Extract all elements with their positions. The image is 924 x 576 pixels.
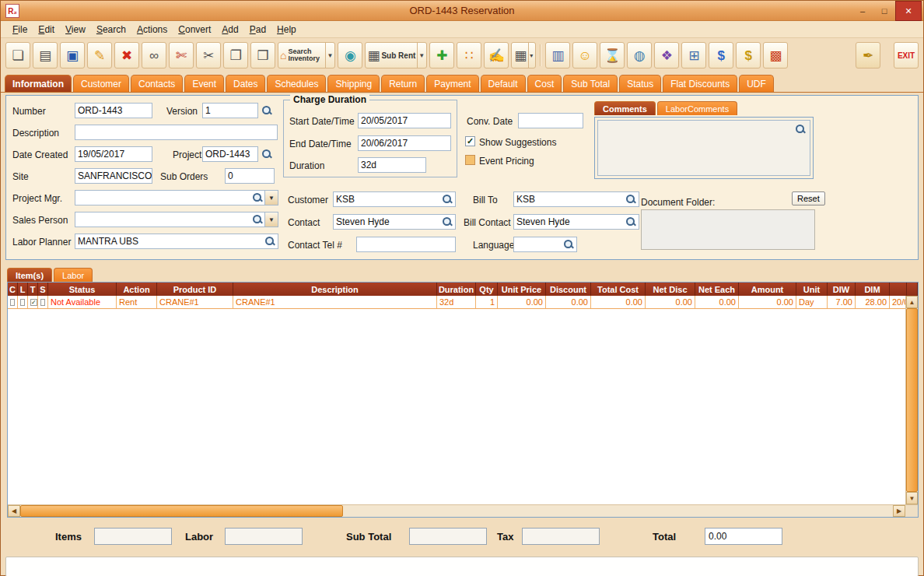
cubes-button[interactable]: ▩ xyxy=(763,42,788,68)
menu-pad[interactable]: Pad xyxy=(244,23,271,37)
paste-button[interactable]: ❒ xyxy=(250,42,275,68)
col-net-disc[interactable]: Net Disc xyxy=(646,283,695,296)
tab-shipping[interactable]: Shipping xyxy=(327,75,380,92)
conv-date-field[interactable] xyxy=(518,113,583,128)
search-inventory-button[interactable]: ⌂ Search Inventory ▼ xyxy=(278,42,335,68)
group-button[interactable]: ∷ xyxy=(457,42,481,68)
wand-button[interactable]: ✒ xyxy=(856,42,880,68)
customer-field[interactable]: KSB xyxy=(333,191,456,207)
sales-person-combo[interactable]: ▼ xyxy=(75,212,278,227)
sales-person-dropdown-icon[interactable]: ▼ xyxy=(264,212,278,227)
reset-button[interactable]: Reset xyxy=(792,191,825,205)
maximize-button[interactable]: □ xyxy=(873,1,895,21)
customer-search-icon[interactable] xyxy=(442,194,453,205)
menu-edit[interactable]: Edit xyxy=(33,23,60,37)
save-button[interactable]: ▣ xyxy=(60,42,85,68)
number-field[interactable]: ORD-1443 xyxy=(75,103,152,118)
vertical-scroll-thumb[interactable] xyxy=(906,308,918,492)
date-created-field[interactable]: 19/05/2017 xyxy=(75,146,152,162)
tab-sub-total[interactable]: Sub Total xyxy=(563,75,618,92)
grid-dropdown-icon[interactable]: ▾ xyxy=(528,43,533,68)
find-binoculars-button[interactable]: ∞ xyxy=(142,42,166,68)
row-checkbox-l[interactable] xyxy=(20,299,25,306)
tab-udf[interactable]: UDF xyxy=(739,75,774,92)
cut-document-button[interactable]: ✄ xyxy=(169,42,194,68)
event-pricing-checkbox[interactable] xyxy=(465,155,475,165)
sub-rent-button[interactable]: ▦ Sub Rent ▼ xyxy=(365,42,427,68)
row-checkbox-s[interactable] xyxy=(40,299,45,306)
table-row[interactable]: ✓ Not Available Rent CRANE#1 CRANE#1 32d… xyxy=(8,296,905,309)
col-status[interactable]: Status xyxy=(48,283,117,296)
language-search-icon[interactable] xyxy=(563,239,574,250)
version-field[interactable]: 1 xyxy=(202,103,258,118)
bill-to-field[interactable]: KSB xyxy=(513,191,639,207)
horizontal-scrollbar[interactable]: ◀ ▶ xyxy=(8,504,918,517)
table-edit-button[interactable]: ⊞ xyxy=(681,42,706,68)
description-field[interactable] xyxy=(75,125,278,140)
bill-contact-search-icon[interactable] xyxy=(625,216,636,227)
menu-actions[interactable]: Actions xyxy=(131,23,173,37)
money-button[interactable]: $ xyxy=(736,42,761,68)
edit-pencil-button[interactable]: ✎ xyxy=(87,42,112,68)
tab-contacts[interactable]: Contacts xyxy=(131,75,183,92)
project-mgr-dropdown-icon[interactable]: ▼ xyxy=(264,191,278,205)
horizontal-scroll-thumb[interactable] xyxy=(20,505,343,517)
print-button[interactable]: ▤ xyxy=(33,42,58,68)
contact-tel-field[interactable] xyxy=(356,237,456,252)
sub-rent-dropdown-icon[interactable]: ▼ xyxy=(417,43,425,68)
col-diw[interactable]: DIW xyxy=(828,283,856,296)
tab-items[interactable]: Item(s) xyxy=(7,268,52,282)
menu-help[interactable]: Help xyxy=(271,23,302,37)
dollar-transfer-button[interactable]: $ xyxy=(709,42,733,68)
menu-convert[interactable]: Convert xyxy=(173,23,216,37)
col-duration[interactable]: Duration xyxy=(437,283,476,296)
tab-labor-comments[interactable]: LaborComments xyxy=(657,101,737,115)
bill-contact-field[interactable]: Steven Hyde xyxy=(513,214,639,230)
col-description[interactable]: Description xyxy=(233,283,437,296)
project-mgr-combo[interactable]: ▼ xyxy=(75,190,278,205)
tab-event[interactable]: Event xyxy=(184,75,224,92)
menu-file[interactable]: File xyxy=(7,23,33,37)
report-print-button[interactable]: ▥ xyxy=(545,42,570,68)
globe-disk-button[interactable]: ◍ xyxy=(627,42,652,68)
exit-button[interactable]: EXIT xyxy=(894,42,919,68)
tab-flat-discounts[interactable]: Flat Discounts xyxy=(663,75,737,92)
tab-customer[interactable]: Customer xyxy=(73,75,129,92)
tab-schedules[interactable]: Schedules xyxy=(267,75,326,92)
col-unit[interactable]: Unit xyxy=(796,283,828,296)
end-date-field[interactable]: 20/06/2017 xyxy=(358,135,451,151)
contact-search-icon[interactable] xyxy=(442,216,453,227)
tab-information[interactable]: Information xyxy=(5,75,72,92)
scroll-left-icon[interactable]: ◀ xyxy=(8,505,20,517)
search-inventory-dropdown-icon[interactable]: ▼ xyxy=(325,43,333,68)
col-qty[interactable]: Qty xyxy=(476,283,498,296)
col-unit-price[interactable]: Unit Price xyxy=(498,283,546,296)
grid-button[interactable]: ▦ ▾ xyxy=(511,42,536,68)
scroll-down-icon[interactable]: ▼ xyxy=(906,492,918,504)
tab-comments[interactable]: Comments xyxy=(594,101,656,115)
show-suggestions-checkbox[interactable]: ✓ xyxy=(465,136,475,146)
row-checkbox-t[interactable]: ✓ xyxy=(30,299,37,306)
sub-total-field[interactable] xyxy=(409,528,487,545)
language-field[interactable] xyxy=(513,237,577,252)
menu-search[interactable]: Search xyxy=(91,23,131,37)
sub-orders-field[interactable]: 0 xyxy=(225,168,275,184)
new-document-button[interactable]: ❏ xyxy=(5,42,30,68)
droplet-button[interactable]: ◉ xyxy=(338,42,362,68)
col-extra[interactable] xyxy=(890,283,907,296)
col-total-cost[interactable]: Total Cost xyxy=(591,283,646,296)
menu-view[interactable]: View xyxy=(60,23,91,37)
col-net-each[interactable]: Net Each xyxy=(695,283,739,296)
smiley-button[interactable]: ☺ xyxy=(572,42,597,68)
time-save-button[interactable]: ⌛ xyxy=(600,42,625,68)
tab-return[interactable]: Return xyxy=(381,75,425,92)
row-checkbox-c[interactable] xyxy=(10,299,15,306)
version-search-icon[interactable] xyxy=(261,105,272,116)
scroll-right-icon[interactable]: ▶ xyxy=(893,505,905,517)
edit-note-button[interactable]: ✍ xyxy=(484,42,509,68)
site-field[interactable]: SANFRANCISCO xyxy=(75,168,152,184)
items-total-field[interactable] xyxy=(94,528,172,545)
col-discount[interactable]: Discount xyxy=(546,283,591,296)
scissors-button[interactable]: ✂ xyxy=(196,42,221,68)
labor-total-field[interactable] xyxy=(225,528,303,545)
